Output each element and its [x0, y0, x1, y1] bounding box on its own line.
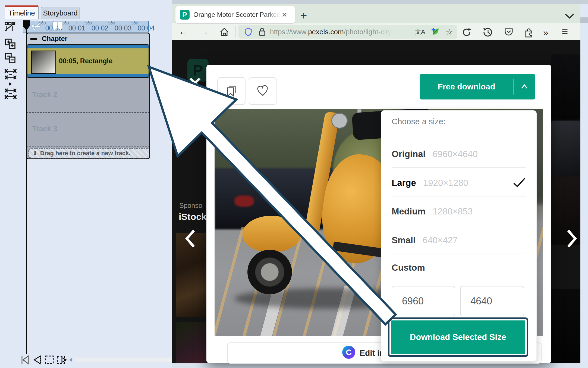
playhead-line	[26, 29, 27, 354]
selection-region-icon[interactable]	[45, 355, 54, 365]
free-download-button[interactable]: Free download	[420, 74, 535, 99]
expand-arrow-icon[interactable]	[8, 82, 12, 86]
heart-icon	[257, 85, 269, 97]
selected-check-icon	[513, 177, 526, 188]
gallery-thumbnail[interactable]	[551, 121, 580, 176]
like-button[interactable]	[249, 77, 277, 105]
pexels-favicon: P	[180, 10, 190, 20]
zoom-out-icon[interactable]	[5, 53, 16, 64]
ruler-label: 00:04	[134, 24, 158, 32]
browser-tab-pexels[interactable]: P Orange Motor Scooter Parked o ×	[175, 6, 295, 23]
tab-timeline[interactable]: Timeline	[5, 5, 39, 19]
gallery-thumbnail[interactable]	[551, 289, 580, 363]
size-option-small[interactable]: Small640×427	[392, 234, 458, 247]
sponsored-label: Sponso	[179, 202, 202, 210]
new-track-drop-zone[interactable]: ⬇ Drag here to create a new track.	[28, 148, 150, 158]
custom-size-label: Custom	[392, 261, 425, 274]
tracking-protection-shield-icon[interactable]	[244, 27, 252, 36]
timeline-clip-rectangle[interactable]: 00:05, Rectangle	[27, 44, 149, 78]
new-track-drop-hint: Drag here to create a new track.	[40, 150, 131, 157]
menu-hamburger-icon[interactable]: ≡	[562, 26, 568, 38]
translate-icon[interactable]: 文A	[415, 28, 425, 36]
history-icon[interactable]	[483, 27, 493, 38]
choose-size-heading: Choose a size:	[392, 115, 445, 128]
tab-storyboard-label: Storyboard	[43, 9, 77, 17]
scroll-left-icon[interactable]	[68, 357, 73, 362]
size-option-original[interactable]: Original6960×4640	[392, 148, 478, 160]
chapter-track-header[interactable]: Chapter	[27, 33, 149, 44]
tab-title: Orange Motor Scooter Parked o	[193, 11, 280, 18]
download-selected-size-highlight: Download Selected Size	[388, 317, 528, 357]
url-bar[interactable]: https://www.pexels.com/photo/light-city-…	[238, 25, 457, 39]
download-options-chevron-icon[interactable]	[516, 83, 533, 90]
istock-label: iStock	[179, 211, 206, 222]
ruler-label: 00:03	[111, 24, 135, 32]
zoom-in-icon[interactable]	[5, 39, 16, 50]
list-all-tabs-icon[interactable]	[564, 13, 575, 20]
desktop-right-strip	[580, 0, 588, 368]
free-download-label: Free download	[420, 82, 513, 91]
ruler-label: 00:02	[88, 24, 112, 32]
chapter-track-label: Chapter	[42, 35, 67, 43]
screen: Timeline Storyboard	[0, 0, 588, 368]
browser-titlebar	[172, 0, 580, 4]
close-photo-modal-icon[interactable]	[189, 77, 201, 89]
extensions-puzzle-icon[interactable]	[524, 27, 534, 38]
size-option-medium[interactable]: Medium1280×853	[392, 205, 473, 218]
arrange-tracks-icon[interactable]	[4, 22, 16, 32]
ruler-end-marker	[148, 21, 149, 32]
bookmark-star-icon[interactable]: ☆	[446, 27, 453, 37]
previous-frame-icon[interactable]	[33, 355, 42, 365]
track-3[interactable]: Track 3	[27, 113, 149, 147]
toolbar-overflow-icon[interactable]: »	[543, 27, 548, 38]
track-2[interactable]: Track 2	[27, 79, 149, 113]
timeline-toolbar	[3, 20, 18, 101]
bookmark-collect-icon	[225, 85, 237, 97]
fit-timeline-icon[interactable]	[4, 68, 17, 80]
fit-selection-icon[interactable]	[4, 88, 17, 99]
window-bottom-strip	[172, 363, 588, 368]
custom-height-input[interactable]	[460, 286, 524, 316]
lock-icon	[259, 27, 266, 36]
collapse-track-icon[interactable]	[30, 38, 37, 40]
clip-label: 00:05, Rectangle	[59, 57, 112, 65]
url-domain: pexels.com	[308, 28, 344, 36]
horizontal-scrollbar[interactable]	[75, 357, 172, 363]
tracks-container: Chapter 00:05, Rectangle Track 2 Track 3…	[26, 33, 150, 159]
timeline-app: Timeline Storyboard	[0, 0, 172, 368]
collect-button[interactable]	[217, 77, 246, 105]
home-icon[interactable]	[219, 27, 229, 37]
custom-width-input[interactable]	[392, 286, 455, 316]
download-selected-size-button[interactable]: Download Selected Size	[391, 320, 525, 354]
reload-icon[interactable]	[462, 27, 471, 38]
next-photo-icon[interactable]	[566, 229, 578, 248]
down-arrow-icon: ⬇	[33, 150, 37, 157]
extension-leaf-icon[interactable]	[431, 27, 440, 36]
tab-storyboard[interactable]: Storyboard	[41, 7, 80, 19]
tab-close-icon[interactable]: ×	[282, 10, 287, 20]
canva-logo-icon: C	[342, 346, 355, 359]
tab-timeline-label: Timeline	[8, 9, 35, 17]
clip-thumbnail	[31, 51, 56, 74]
gallery-thumbnail[interactable]	[551, 54, 580, 120]
slide-view-icon[interactable]	[56, 355, 67, 365]
ruler-label: 00:01	[65, 24, 89, 32]
size-option-large[interactable]: Large1920×1280	[392, 177, 468, 189]
pocket-icon[interactable]	[504, 27, 513, 38]
sponsored-thumbnail[interactable]	[176, 322, 206, 363]
forward-button[interactable]: →	[200, 27, 209, 37]
new-tab-button[interactable]: +	[300, 9, 307, 22]
skip-to-start-icon[interactable]	[21, 355, 30, 365]
back-button[interactable]: ←	[179, 27, 187, 37]
url-scheme: https://www.	[270, 28, 308, 36]
url-path: /photo/light-city-r	[344, 28, 396, 36]
previous-photo-icon[interactable]	[184, 229, 196, 248]
